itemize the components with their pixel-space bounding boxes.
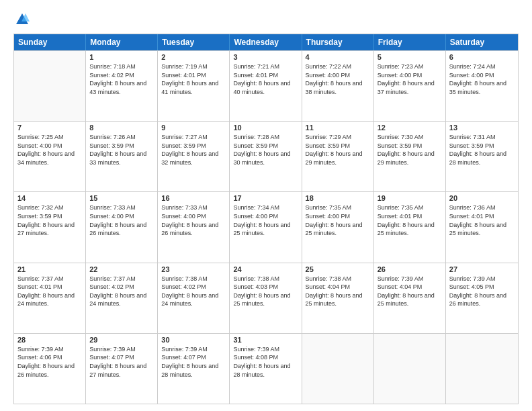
- day-number: 28: [17, 336, 82, 344]
- day-info: Sunrise: 7:34 AMSunset: 4:00 PMDaylight:…: [233, 203, 298, 237]
- day-number: 2: [161, 53, 226, 61]
- day-header-friday: Friday: [374, 34, 446, 50]
- day-number: 27: [449, 265, 515, 273]
- calendar-row: 14Sunrise: 7:32 AMSunset: 3:59 PMDayligh…: [14, 191, 518, 262]
- day-number: 9: [161, 124, 226, 132]
- day-info: Sunrise: 7:38 AMSunset: 4:03 PMDaylight:…: [233, 275, 298, 308]
- calendar-cell: 3Sunrise: 7:21 AMSunset: 4:01 PMDaylight…: [230, 51, 302, 121]
- day-number: 30: [161, 336, 226, 344]
- day-info: Sunrise: 7:24 AMSunset: 4:00 PMDaylight:…: [449, 62, 515, 96]
- day-info: Sunrise: 7:25 AMSunset: 4:00 PMDaylight:…: [17, 133, 82, 167]
- day-info: Sunrise: 7:23 AMSunset: 4:00 PMDaylight:…: [378, 62, 442, 96]
- calendar-cell: 9Sunrise: 7:27 AMSunset: 3:59 PMDaylight…: [158, 122, 230, 191]
- calendar-cell: 25Sunrise: 7:38 AMSunset: 4:04 PMDayligh…: [302, 263, 374, 333]
- calendar-cell: [302, 334, 374, 404]
- day-info: Sunrise: 7:36 AMSunset: 4:01 PMDaylight:…: [449, 203, 515, 237]
- calendar-row: 28Sunrise: 7:39 AMSunset: 4:06 PMDayligh…: [14, 333, 518, 404]
- day-number: 20: [449, 194, 515, 202]
- calendar-cell: 21Sunrise: 7:37 AMSunset: 4:01 PMDayligh…: [14, 263, 86, 333]
- calendar-cell: 20Sunrise: 7:36 AMSunset: 4:01 PMDayligh…: [446, 192, 518, 262]
- calendar: SundayMondayTuesdayWednesdayThursdayFrid…: [13, 34, 519, 404]
- calendar-cell: 7Sunrise: 7:25 AMSunset: 4:00 PMDaylight…: [14, 122, 86, 191]
- day-info: Sunrise: 7:33 AMSunset: 4:00 PMDaylight:…: [89, 203, 154, 237]
- day-number: 31: [233, 336, 298, 344]
- day-info: Sunrise: 7:39 AMSunset: 4:06 PMDaylight:…: [17, 345, 82, 379]
- day-info: Sunrise: 7:28 AMSunset: 3:59 PMDaylight:…: [233, 133, 298, 167]
- day-info: Sunrise: 7:39 AMSunset: 4:07 PMDaylight:…: [161, 345, 226, 379]
- day-info: Sunrise: 7:39 AMSunset: 4:08 PMDaylight:…: [233, 345, 298, 379]
- day-info: Sunrise: 7:39 AMSunset: 4:05 PMDaylight:…: [449, 275, 515, 308]
- day-header-saturday: Saturday: [446, 34, 518, 50]
- calendar-cell: 23Sunrise: 7:38 AMSunset: 4:02 PMDayligh…: [158, 263, 230, 333]
- day-number: 21: [17, 265, 82, 273]
- day-info: Sunrise: 7:38 AMSunset: 4:02 PMDaylight:…: [161, 275, 226, 308]
- day-number: 17: [233, 194, 298, 202]
- day-info: Sunrise: 7:21 AMSunset: 4:01 PMDaylight:…: [233, 62, 298, 96]
- calendar-header: SundayMondayTuesdayWednesdayThursdayFrid…: [14, 34, 518, 50]
- day-header-sunday: Sunday: [14, 34, 86, 50]
- calendar-cell: 24Sunrise: 7:38 AMSunset: 4:03 PMDayligh…: [230, 263, 302, 333]
- calendar-cell: 4Sunrise: 7:22 AMSunset: 4:00 PMDaylight…: [302, 51, 374, 121]
- logo: [13, 12, 30, 27]
- day-info: Sunrise: 7:29 AMSunset: 3:59 PMDaylight:…: [306, 133, 370, 167]
- day-number: 3: [233, 53, 298, 61]
- calendar-row: 7Sunrise: 7:25 AMSunset: 4:00 PMDaylight…: [14, 121, 518, 191]
- day-header-tuesday: Tuesday: [158, 34, 230, 50]
- day-info: Sunrise: 7:37 AMSunset: 4:02 PMDaylight:…: [89, 275, 154, 308]
- calendar-cell: 13Sunrise: 7:31 AMSunset: 3:59 PMDayligh…: [446, 122, 518, 191]
- day-number: 15: [89, 194, 154, 202]
- calendar-body: 1Sunrise: 7:18 AMSunset: 4:02 PMDaylight…: [14, 50, 518, 404]
- calendar-cell: [14, 51, 86, 121]
- day-number: 29: [89, 336, 154, 344]
- day-info: Sunrise: 7:39 AMSunset: 4:07 PMDaylight:…: [89, 345, 154, 379]
- day-info: Sunrise: 7:30 AMSunset: 3:59 PMDaylight:…: [378, 133, 442, 167]
- calendar-cell: 28Sunrise: 7:39 AMSunset: 4:06 PMDayligh…: [14, 334, 86, 404]
- day-number: 5: [378, 53, 442, 61]
- logo-icon: [15, 12, 30, 27]
- calendar-cell: [374, 334, 446, 404]
- day-info: Sunrise: 7:18 AMSunset: 4:02 PMDaylight:…: [89, 62, 154, 96]
- day-info: Sunrise: 7:26 AMSunset: 3:59 PMDaylight:…: [89, 133, 154, 167]
- day-info: Sunrise: 7:22 AMSunset: 4:00 PMDaylight:…: [306, 62, 370, 96]
- calendar-cell: 2Sunrise: 7:19 AMSunset: 4:01 PMDaylight…: [158, 51, 230, 121]
- calendar-cell: 31Sunrise: 7:39 AMSunset: 4:08 PMDayligh…: [230, 334, 302, 404]
- day-number: 10: [233, 124, 298, 132]
- calendar-cell: 11Sunrise: 7:29 AMSunset: 3:59 PMDayligh…: [302, 122, 374, 191]
- calendar-cell: 16Sunrise: 7:33 AMSunset: 4:00 PMDayligh…: [158, 192, 230, 262]
- day-number: 1: [89, 53, 154, 61]
- calendar-cell: 5Sunrise: 7:23 AMSunset: 4:00 PMDaylight…: [374, 51, 446, 121]
- day-info: Sunrise: 7:33 AMSunset: 4:00 PMDaylight:…: [161, 203, 226, 237]
- day-info: Sunrise: 7:31 AMSunset: 3:59 PMDaylight:…: [449, 133, 515, 167]
- day-info: Sunrise: 7:35 AMSunset: 4:01 PMDaylight:…: [378, 203, 442, 237]
- calendar-cell: 17Sunrise: 7:34 AMSunset: 4:00 PMDayligh…: [230, 192, 302, 262]
- day-number: 11: [306, 124, 370, 132]
- day-number: 22: [89, 265, 154, 273]
- calendar-cell: 26Sunrise: 7:39 AMSunset: 4:04 PMDayligh…: [374, 263, 446, 333]
- calendar-cell: 27Sunrise: 7:39 AMSunset: 4:05 PMDayligh…: [446, 263, 518, 333]
- day-info: Sunrise: 7:19 AMSunset: 4:01 PMDaylight:…: [161, 62, 226, 96]
- day-number: 8: [89, 124, 154, 132]
- day-header-monday: Monday: [86, 34, 158, 50]
- calendar-cell: 15Sunrise: 7:33 AMSunset: 4:00 PMDayligh…: [86, 192, 158, 262]
- calendar-row: 21Sunrise: 7:37 AMSunset: 4:01 PMDayligh…: [14, 263, 518, 333]
- day-number: 25: [306, 265, 370, 273]
- calendar-cell: 8Sunrise: 7:26 AMSunset: 3:59 PMDaylight…: [86, 122, 158, 191]
- day-header-wednesday: Wednesday: [230, 34, 302, 50]
- calendar-cell: 19Sunrise: 7:35 AMSunset: 4:01 PMDayligh…: [374, 192, 446, 262]
- day-number: 18: [306, 194, 370, 202]
- calendar-cell: 1Sunrise: 7:18 AMSunset: 4:02 PMDaylight…: [86, 51, 158, 121]
- day-header-thursday: Thursday: [302, 34, 374, 50]
- calendar-cell: 12Sunrise: 7:30 AMSunset: 3:59 PMDayligh…: [374, 122, 446, 191]
- day-number: 13: [449, 124, 515, 132]
- calendar-cell: 30Sunrise: 7:39 AMSunset: 4:07 PMDayligh…: [158, 334, 230, 404]
- day-number: 7: [17, 124, 82, 132]
- day-number: 26: [378, 265, 442, 273]
- calendar-cell: [446, 334, 518, 404]
- calendar-cell: 6Sunrise: 7:24 AMSunset: 4:00 PMDaylight…: [446, 51, 518, 121]
- day-number: 4: [306, 53, 370, 61]
- calendar-cell: 18Sunrise: 7:35 AMSunset: 4:00 PMDayligh…: [302, 192, 374, 262]
- page-header: [13, 12, 519, 27]
- calendar-cell: 29Sunrise: 7:39 AMSunset: 4:07 PMDayligh…: [86, 334, 158, 404]
- day-info: Sunrise: 7:37 AMSunset: 4:01 PMDaylight:…: [17, 275, 82, 308]
- calendar-row: 1Sunrise: 7:18 AMSunset: 4:02 PMDaylight…: [14, 50, 518, 121]
